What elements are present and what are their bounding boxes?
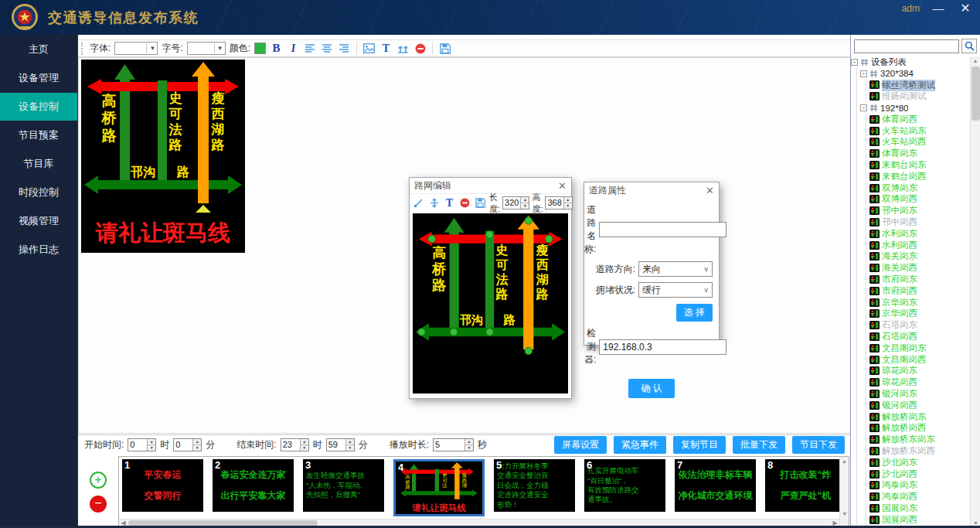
action-button-4[interactable]: 节目下发 xyxy=(792,436,845,454)
device-item[interactable]: 来鹤台岗西 xyxy=(869,171,971,182)
sidebar-item-1[interactable]: 设备管理 xyxy=(0,64,77,92)
device-item[interactable]: 维扬岗测试 xyxy=(869,90,971,102)
device-item[interactable]: 双博岗东 xyxy=(869,182,971,194)
remove-program-button[interactable]: − xyxy=(90,496,107,513)
save-network-icon[interactable] xyxy=(474,196,487,210)
playlist-item-8[interactable]: 打击改装“炸严查严处“机8 xyxy=(765,459,839,512)
device-search-input[interactable] xyxy=(854,39,959,53)
device-item[interactable]: 火车站岗西 xyxy=(869,137,971,148)
device-group-192*80[interactable]: -192*80 xyxy=(860,102,971,114)
action-button-0[interactable]: 屏幕设置 xyxy=(554,436,607,454)
device-item[interactable]: 邗中岗东 xyxy=(869,205,971,216)
device-item[interactable]: 海关岗东 xyxy=(869,251,971,263)
device-item[interactable]: 海关岗西 xyxy=(869,262,971,274)
add-program-button[interactable]: + xyxy=(90,472,107,489)
insert-image-icon[interactable] xyxy=(362,42,376,56)
tree-collapse-icon[interactable]: - xyxy=(851,59,858,66)
device-item[interactable]: 市府岗西 xyxy=(869,285,971,297)
device-item[interactable]: 银河岗西 xyxy=(869,400,971,411)
color-swatch[interactable] xyxy=(254,43,266,54)
device-tree-root[interactable]: -设备列表 xyxy=(851,56,971,68)
congestion-status-select[interactable]: 缓行∨ xyxy=(638,282,713,298)
action-button-3[interactable]: 批量下发 xyxy=(733,436,785,454)
road-props-close-icon[interactable]: ✕ xyxy=(706,185,714,196)
road-direction-select[interactable]: 来向∨ xyxy=(638,261,713,277)
align-left-icon[interactable] xyxy=(304,42,317,56)
playlist-vscrollbar[interactable]: ▲▼ xyxy=(839,457,849,527)
device-item[interactable]: 鸿泰岗西 xyxy=(869,491,971,502)
device-item[interactable]: 来鹤台岗东 xyxy=(869,159,971,171)
device-item[interactable]: 京华岗西 xyxy=(869,308,971,320)
playlist-item-7[interactable]: 依法治理非标车辆净化城市交通环境7 xyxy=(675,459,756,512)
search-button[interactable] xyxy=(961,39,977,53)
length-stepper[interactable]: 320▲▼ xyxy=(502,196,529,209)
sidebar-item-5[interactable]: 时段控制 xyxy=(0,179,77,206)
device-item[interactable]: 双博岗西 xyxy=(869,194,971,206)
device-item[interactable]: 解放桥东岗西 xyxy=(869,445,971,457)
editor-canvas[interactable]: 高桥路 史可法路 瘦西湖路 邗沟 路 请礼让斑马线 路网编辑 ✕ xyxy=(78,57,851,434)
sidebar-item-4[interactable]: 节目库 xyxy=(0,150,77,178)
device-item[interactable]: 体育岗东 xyxy=(869,148,971,159)
road-props-titlebar[interactable]: 道路属性 ✕ xyxy=(584,182,719,198)
tree-collapse-icon[interactable]: - xyxy=(860,104,867,111)
start-minute-stepper[interactable]: 0▲▼ xyxy=(173,438,202,451)
road-network-icon[interactable] xyxy=(396,42,410,56)
height-stepper[interactable]: 368▲▼ xyxy=(545,196,572,209)
playlist-item-4[interactable]: 高桥路 史可法 瘦西湖 请礼让斑马线 4 xyxy=(393,459,485,516)
font-select[interactable]: ▼ xyxy=(114,42,158,55)
device-item[interactable]: 琼花岗东 xyxy=(869,366,971,377)
bold-button[interactable]: B xyxy=(270,42,283,56)
road-network-canvas[interactable]: 高桥路 史可法路 瘦西湖路 邗沟 路 xyxy=(413,213,568,393)
edit-road-bar-middle[interactable] xyxy=(485,231,494,335)
device-item[interactable]: 文昌阁岗东 xyxy=(869,342,971,354)
device-item[interactable]: 水利岗西 xyxy=(869,240,971,251)
device-item[interactable]: 石塔岗东 xyxy=(869,319,971,331)
device-item[interactable]: 国展岗东 xyxy=(869,502,971,514)
device-item[interactable]: 国展岗西 xyxy=(869,514,971,526)
end-minute-stepper[interactable]: 59▲▼ xyxy=(326,438,355,451)
add-text-icon[interactable]: T xyxy=(443,196,456,210)
minimize-icon[interactable]: — xyxy=(931,2,946,15)
device-group-320*384[interactable]: -320*384 xyxy=(860,68,971,80)
add-node-icon[interactable] xyxy=(427,196,441,210)
device-item[interactable]: 解放桥东岗东 xyxy=(869,434,971,445)
device-item[interactable]: 沙北岗西 xyxy=(869,468,971,480)
delete-node-icon[interactable] xyxy=(458,196,471,210)
device-item[interactable]: 解放桥岗西 xyxy=(869,423,971,434)
device-item[interactable]: 水利岗东 xyxy=(869,228,971,240)
end-hour-stepper[interactable]: 23▲▼ xyxy=(281,438,309,451)
duration-stepper[interactable]: 5▲▼ xyxy=(433,438,474,451)
device-item[interactable]: 琼花岗西 xyxy=(869,376,971,388)
start-hour-stepper[interactable]: 0▲▼ xyxy=(128,438,156,451)
road-editor-close-icon[interactable]: ✕ xyxy=(558,180,567,192)
road-name-input[interactable] xyxy=(599,222,726,237)
device-item[interactable]: 体育岗西 xyxy=(869,114,971,125)
device-item[interactable]: 解放桥岗东 xyxy=(869,411,971,423)
align-center-icon[interactable] xyxy=(321,42,334,56)
action-button-2[interactable]: 复制节目 xyxy=(673,436,726,454)
playlist-item-6[interactable]: 扎实开展电动车“百日整治”，有效预防道路交通事故。6 xyxy=(584,459,665,512)
tree-scrollbar[interactable]: ▲▼ xyxy=(970,56,980,528)
playlist-item-3[interactable]: 发生轻微交通事故“人未伤，车能动.先拍照，后撤离”3 xyxy=(303,459,384,512)
playlist-item-2[interactable]: 春运安全连万家出行平安靠大家2 xyxy=(213,459,294,512)
device-item[interactable]: 螺丝湾桥测试 xyxy=(869,80,971,91)
device-item[interactable]: 文昌阁岗西 xyxy=(869,354,971,366)
sidebar-item-2[interactable]: 设备控制 xyxy=(0,93,77,121)
device-item[interactable]: 石塔岗西 xyxy=(869,331,971,342)
device-item[interactable]: 鸿泰岗东 xyxy=(869,479,971,491)
led-sign-preview[interactable]: 高桥路 史可法路 瘦西湖路 邗沟 路 请礼让斑马线 xyxy=(81,60,245,253)
action-button-1[interactable]: 紧急事件 xyxy=(614,436,666,454)
sidebar-item-0[interactable]: 主页 xyxy=(0,36,77,63)
device-item[interactable]: 沙北岗东 xyxy=(869,457,971,468)
delete-icon[interactable] xyxy=(413,42,427,56)
save-icon[interactable] xyxy=(438,42,451,56)
close-icon[interactable]: ✕ xyxy=(957,1,974,15)
playlist-item-5[interactable]: 大力开展秋冬季交通安全整治百日会战，全力稳定道路交通安全形势！5 xyxy=(494,459,575,512)
logged-in-user[interactable]: adm xyxy=(902,3,920,14)
size-select[interactable]: ▼ xyxy=(187,42,226,55)
align-right-icon[interactable] xyxy=(338,42,351,56)
confirm-button[interactable]: 确 认 xyxy=(628,379,674,398)
playlist-item-1[interactable]: 平安春运交警同行1 xyxy=(122,459,203,512)
draw-line-icon[interactable] xyxy=(412,196,425,210)
italic-button[interactable]: I xyxy=(287,42,300,56)
